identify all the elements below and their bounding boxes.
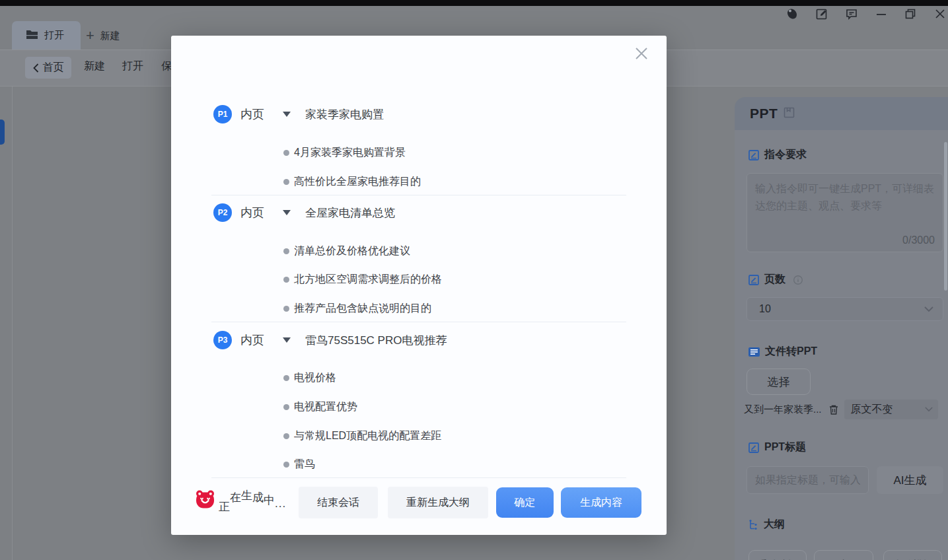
outline-page-header: P3 内页 雷鸟75S515C PRO电视推荐 [213,330,447,350]
outline-sub-item[interactable]: 电视配置优势 [283,400,357,414]
page-badge: P2 [213,203,232,222]
ppt-title-label: PPT标题 [764,440,806,454]
ai-mascot-icon [195,489,215,509]
bullet-dot-icon [283,404,289,410]
generate-content-button[interactable]: 生成内容 [561,487,641,518]
bullet-dot-icon [283,179,289,185]
edit-doc-icon [748,274,760,286]
pages-label: 页数 [764,273,785,287]
outline-sub-item[interactable]: 北方地区空调需求调整后的价格 [283,272,442,287]
page-title[interactable]: 全屋家电清单总览 [305,205,395,221]
outline-manual-edit-button[interactable]: 手动编辑 [748,550,807,560]
toolbar-new-button[interactable]: 新建 [84,59,105,73]
instruction-textarea[interactable] [747,174,943,232]
word-doc-icon [748,346,760,358]
ai-generate-title-button[interactable]: AI生成 [877,466,943,494]
regenerate-outline-button[interactable]: 重新生成大纲 [388,487,488,518]
generating-status-text: 正在生成中... [219,485,286,514]
sub-item-text: 清单总价及价格优化建议 [294,244,410,258]
section-divider [211,322,626,322]
file2ppt-label: 文件转PPT [765,345,817,359]
bullet-dot-icon [283,433,289,439]
close-window-icon[interactable] [933,7,947,21]
delete-file-icon[interactable] [828,404,839,415]
tab-open-label: 打开 [44,29,64,42]
minimize-icon[interactable] [874,7,889,21]
page-title[interactable]: 家装季家电购置 [305,107,384,122]
sub-item-text: 北方地区空调需求调整后的价格 [294,273,442,287]
outline-sub-item[interactable]: 雷鸟 [283,457,315,472]
sub-item-text: 电视配置优势 [294,400,357,414]
edit-doc-icon [748,442,760,454]
choose-file-button[interactable]: 选择 [747,368,811,395]
outline-label: 大纲 [764,518,785,532]
bullet-dot-icon [283,248,289,254]
side-panel-handle[interactable] [0,120,5,145]
selected-file-row: 又到一年家装季... 原文不变 [744,399,943,420]
instruction-label: 指令要求 [764,148,807,162]
tab-new-document[interactable]: + 新建 [86,26,120,45]
bullet-dot-icon [283,150,289,156]
sub-item-text: 高性价比全屋家电推荐目的 [294,175,421,189]
comment-icon[interactable] [844,7,859,21]
outline-sub-item[interactable]: 电视价格 [283,370,336,385]
edit-note-icon[interactable] [815,7,829,21]
collapse-caret-icon[interactable] [283,337,291,343]
section-divider [211,195,626,195]
end-session-button[interactable]: 结束会话 [299,487,378,518]
file2ppt-section-label: 文件转PPT [748,345,817,359]
instruction-section-label: 指令要求 [748,148,807,162]
page-count-value: 10 [759,303,771,315]
bullet-dot-icon [283,462,289,468]
sub-item-text: 与常规LED顶配电视的配置差距 [294,429,441,443]
outline-sub-item[interactable]: 清单总价及价格优化建议 [283,244,410,258]
home-button[interactable]: 首页 [25,57,71,79]
sub-item-text: 雷鸟 [294,458,315,472]
section-divider [211,477,626,478]
outline-sub-item[interactable]: 高性价比全屋家电推荐目的 [283,174,421,189]
sub-item-text: 电视价格 [294,371,336,385]
outline-page-header: P1 内页 家装季家电购置 [213,104,384,124]
bookmark-icon [783,106,795,122]
outline-tree-icon [748,518,759,531]
chevron-down-icon [925,407,933,412]
info-icon [793,275,803,285]
page-title[interactable]: 雷鸟75S515C PRO电视推荐 [305,333,447,348]
restore-icon[interactable] [903,7,918,21]
outline-sub-item[interactable]: 与常规LED顶配电视的配置差距 [283,429,441,443]
panel-scrollbar[interactable] [944,142,947,291]
collapse-caret-icon[interactable] [283,112,291,117]
mouse-tool-icon[interactable] [785,7,799,21]
char-counter: 0/3000 [902,234,935,246]
ppt-title-input[interactable] [747,466,869,494]
sub-item-text: 4月家装季家电购置背景 [294,146,406,160]
convert-mode-value: 原文不变 [851,403,893,417]
sub-item-text: 推荐产品包含缺点说明的目的 [294,302,431,316]
page-count-select[interactable]: 10 [747,297,943,321]
left-rail-divider [12,87,13,560]
outline-dialog-content: P1 内页 家装季家电购置 4月家装季家电购置背景 高性价比全屋家电推荐目的 P… [171,36,667,535]
bullet-dot-icon [283,277,289,283]
convert-mode-dropdown[interactable]: 原文不变 [844,400,938,419]
ppt-title-section-label: PPT标题 [748,440,806,454]
confirm-button[interactable]: 确定 [496,487,554,518]
outline-sub-item[interactable]: 4月家装季家电购置背景 [283,145,406,160]
bullet-dot-icon [283,306,289,312]
edit-doc-icon [748,149,760,161]
toolbar-open-button[interactable]: 打开 [122,59,143,73]
pages-section-label: 页数 [748,273,803,287]
chevron-left-icon [33,63,39,73]
bullet-dot-icon [283,375,289,381]
app-window: 打开 + 新建 首页 新建 打开 保存 PPT 指令要求 0/3000 页数 1… [0,0,948,560]
home-label: 首页 [43,61,64,75]
outline-ai-generate-button[interactable]: AI生成 [814,550,873,560]
tab-open-document[interactable]: 打开 [12,21,81,50]
plus-icon: + [86,29,94,42]
outline-sub-item[interactable]: 推荐产品包含缺点说明的目的 [283,301,431,316]
page-badge: P1 [213,105,232,123]
titlebar-strip [0,0,948,6]
outline-page-header: P2 内页 全屋家电清单总览 [213,203,395,223]
ppt-panel-header: PPT [735,97,948,130]
outline-upload-template-button[interactable]: 上传模板 [883,550,942,560]
collapse-caret-icon[interactable] [283,210,291,215]
